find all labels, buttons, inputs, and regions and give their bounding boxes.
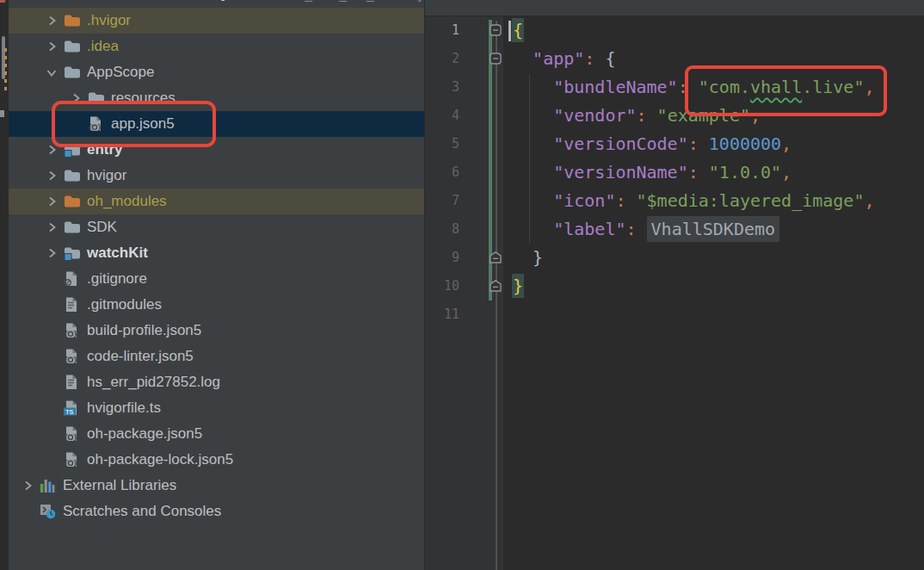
tree-item-label: oh-package-lock.json5: [87, 451, 233, 468]
tree-item-label: External Libraries: [63, 477, 176, 494]
stripe-icon-fragment: [4, 71, 7, 75]
svg-text:{: {: [64, 330, 68, 338]
tree-item-oh-modules[interactable]: oh_modules: [9, 189, 424, 214]
code-text: }: [512, 272, 524, 300]
stripe-icon-fragment: [4, 48, 7, 52]
tree-item-label: SDK: [87, 219, 117, 236]
svg-text:{: {: [64, 433, 68, 442]
line-number: 1: [428, 16, 459, 45]
code-line-8[interactable]: 8 "label": VhallSDKDemo: [425, 215, 924, 244]
tree-item--hvigor[interactable]: .hvigor: [9, 8, 424, 34]
chevron-right-icon[interactable]: [45, 220, 64, 234]
chevron-spacer: [45, 401, 64, 415]
tree-item-scratches-and-consoles[interactable]: Scratches and Consoles: [9, 499, 424, 524]
tree-item-app-json5[interactable]: {}app.json5: [9, 111, 424, 137]
editor-tab-strip: [425, 0, 924, 16]
chevron-spacer: [45, 375, 64, 389]
code-line-9[interactable]: 9 }: [425, 244, 924, 272]
code-line-4[interactable]: 4 "vendor": "example",: [425, 102, 924, 130]
tree-item--idea[interactable]: .idea: [9, 34, 424, 59]
tree-item-hs-err-pid27852-log[interactable]: hs_err_pid27852.log: [9, 369, 424, 395]
chevron-right-icon[interactable]: [45, 195, 64, 208]
tree-item-label: code-linter.json5: [87, 348, 194, 365]
tree-item-external-libraries[interactable]: External Libraries: [9, 473, 424, 499]
code-line-11[interactable]: 11: [425, 300, 924, 329]
tree-item-label: .gitmodules: [87, 296, 162, 313]
tree-item-label: hvigor: [87, 167, 126, 184]
svg-text:}: }: [73, 459, 77, 468]
fold-start-icon[interactable]: [490, 53, 502, 68]
chevron-right-icon[interactable]: [69, 91, 88, 105]
tree-item-label: entry: [87, 141, 123, 158]
gitignore-file-icon: [64, 271, 81, 287]
fold-end-icon[interactable]: [490, 251, 502, 267]
scratches-icon: [40, 504, 57, 519]
code-text: "app": {: [512, 45, 615, 73]
code-line-1[interactable]: 1{: [425, 16, 924, 45]
tree-item-resources[interactable]: resources: [9, 85, 424, 111]
tree-item-appscope[interactable]: AppScope: [9, 59, 424, 85]
tree-item-watchkit[interactable]: watchKit: [9, 240, 424, 266]
folder-module-icon: [64, 245, 81, 261]
svg-text:}: }: [73, 356, 77, 364]
code-line-10[interactable]: 10}: [425, 272, 924, 300]
tree-item-code-linter-json5[interactable]: {}code-linter.json5: [9, 344, 424, 369]
line-number: 8: [428, 215, 459, 244]
line-number: 4: [428, 102, 459, 130]
code-line-7[interactable]: 7 "icon": "$media:layered_image",: [425, 187, 924, 215]
tree-item-label: .gitignore: [87, 270, 147, 288]
json5-file-icon: {}: [64, 349, 81, 364]
svg-text:{: {: [88, 123, 92, 132]
chevron-right-icon[interactable]: [45, 143, 64, 157]
folder-icon: [64, 168, 81, 183]
chevron-spacer: [45, 298, 64, 312]
fold-start-icon[interactable]: [490, 24, 502, 40]
code-line-3[interactable]: 3 "bundleName": "com.vhall.live",: [425, 73, 924, 102]
svg-text:}: }: [97, 123, 102, 132]
tree-item-sdk[interactable]: SDK: [9, 214, 424, 240]
stripe-icon-fragment: [4, 79, 7, 83]
code-line-2[interactable]: 2 "app": {: [425, 45, 924, 73]
tree-item-build-profile-json5[interactable]: {}build-profile.json5: [9, 318, 424, 344]
chevron-right-icon[interactable]: [45, 40, 64, 53]
text-file-icon: [64, 375, 81, 390]
chevron-right-icon[interactable]: [45, 14, 64, 28]
project-root-row[interactable]: vhall_saas_sdk_harmony D:\test\vhall_saa…: [9, 0, 424, 7]
stripe-icon-fragment: [0, 0, 5, 3]
tree-item-label: hs_err_pid27852.log: [87, 374, 220, 391]
code-text: "versionCode": 1000000,: [512, 130, 792, 158]
code-text: "bundleName": "com.vhall.live",: [512, 73, 875, 102]
tree-item--gitignore[interactable]: .gitignore: [9, 266, 424, 292]
tree-item-hvigor[interactable]: hvigor: [9, 163, 424, 189]
tree-item-oh-package-json5[interactable]: {}oh-package.json5: [9, 421, 424, 447]
svg-text:}: }: [73, 433, 77, 442]
tree-item-label: oh-package.json5: [87, 425, 202, 443]
chevron-spacer: [69, 117, 88, 131]
tree-item-oh-package-lock-json5[interactable]: {}oh-package-lock.json5: [9, 447, 424, 473]
svg-text:}: }: [73, 330, 77, 338]
tree-item-label: app.json5: [111, 115, 175, 133]
tree-item--gitmodules[interactable]: .gitmodules: [9, 292, 424, 318]
chevron-down-icon[interactable]: [45, 65, 64, 79]
chevron-spacer: [45, 350, 64, 363]
line-number: 3: [428, 73, 459, 102]
code-text: {: [512, 16, 524, 45]
line-number: 2: [428, 45, 459, 73]
chevron-right-icon[interactable]: [45, 169, 64, 183]
svg-text:TS: TS: [65, 408, 74, 416]
text-file-icon: [64, 297, 81, 313]
code-line-5[interactable]: 5 "versionCode": 1000000,: [425, 130, 924, 158]
folder-icon: [64, 220, 81, 235]
tree-item-hvigorfile-ts[interactable]: TShvigorfile.ts: [9, 395, 424, 421]
line-number: 9: [428, 244, 459, 272]
editor-pane[interactable]: 1{2 "app": {3 "bundleName": "com.vhall.l…: [424, 0, 924, 570]
tree-item-label: Scratches and Consoles: [63, 503, 221, 520]
folder-module-icon: [64, 142, 81, 158]
chevron-right-icon[interactable]: [45, 246, 64, 260]
fold-end-icon[interactable]: [490, 280, 502, 295]
json5-file-icon: {}: [64, 323, 81, 338]
text-caret: [508, 21, 511, 41]
tree-item-entry[interactable]: entry: [9, 137, 424, 163]
code-line-6[interactable]: 6 "versionName": "1.0.0",: [425, 158, 924, 187]
chevron-right-icon[interactable]: [21, 479, 40, 493]
